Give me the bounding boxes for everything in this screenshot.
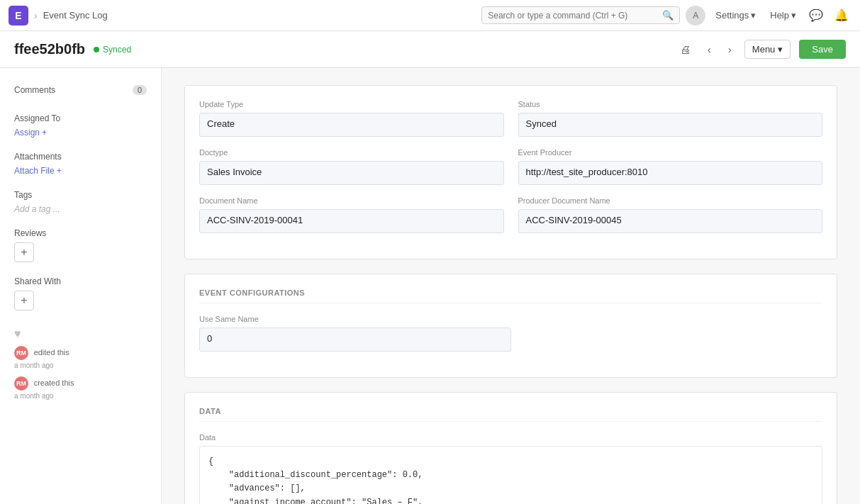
- attach-file-button[interactable]: Attach File +: [14, 166, 62, 176]
- update-type-label: Update Type: [199, 100, 504, 108]
- activity-avatar-2: RM: [14, 376, 28, 391]
- data-field-label: Data: [199, 433, 822, 442]
- sidebar: Comments 0 Assigned To Assign + Attachme…: [0, 68, 162, 504]
- field-producer-document-name: Producer Document Name ACC-SINV-2019-000…: [518, 196, 823, 233]
- comments-label: Comments: [14, 85, 55, 95]
- activity-text-2: created this: [34, 379, 74, 387]
- top-nav: E › Event Sync Log 🔍 A Settings ▾ Help ▾…: [0, 0, 860, 31]
- producer-document-name-value: ACC-SINV-2019-00045: [518, 209, 823, 233]
- reviews-header: Reviews: [14, 228, 147, 238]
- assigned-header: Assigned To: [14, 113, 147, 123]
- data-section-title: DATA: [199, 407, 822, 422]
- field-use-same-name: Use Same Name 0: [199, 315, 511, 352]
- event-config-title: EVENT CONFIGURATIONS: [199, 289, 822, 303]
- main-form: Update Type Create Status Synced Doctype…: [184, 85, 837, 259]
- activity-item-2: RM created this a month ago: [14, 376, 147, 400]
- user-avatar: A: [686, 6, 705, 26]
- data-section: DATA Data { "additional_discount_percent…: [184, 392, 837, 504]
- app-icon: E: [9, 6, 28, 26]
- attachments-header: Attachments: [14, 152, 147, 162]
- activity-time-2: a month ago: [14, 392, 147, 400]
- field-document-name: Document Name ACC-SINV-2019-00041: [199, 196, 504, 233]
- activity-item-1: RM edited this a month ago: [14, 346, 147, 369]
- assigned-to-label: Assigned To: [14, 113, 60, 123]
- sidebar-attachments-section: Attachments Attach File +: [0, 146, 161, 184]
- shared-with-label: Shared With: [14, 276, 61, 286]
- prev-icon-button[interactable]: ‹: [703, 40, 715, 58]
- menu-button[interactable]: Menu ▾: [744, 40, 791, 59]
- sidebar-footer: ♥ RM edited this a month ago RM created …: [0, 319, 161, 415]
- save-button[interactable]: Save: [799, 40, 846, 59]
- notifications-icon-button[interactable]: 💬: [806, 6, 826, 25]
- row-docname-producer-docname: Document Name ACC-SINV-2019-00041 Produc…: [199, 196, 822, 233]
- sidebar-tags-section: Tags Add a tag ...: [0, 184, 161, 223]
- event-producer-label: Event Producer: [518, 148, 823, 157]
- breadcrumb-separator: ›: [34, 10, 38, 21]
- sidebar-shared-section: Shared With +: [0, 271, 161, 319]
- tags-header: Tags: [14, 190, 147, 200]
- assign-plus-icon: +: [42, 128, 47, 138]
- settings-button[interactable]: Settings ▾: [711, 7, 760, 23]
- shared-header: Shared With: [14, 276, 147, 286]
- document-name-label: Document Name: [199, 196, 504, 205]
- use-same-name-label: Use Same Name: [199, 315, 511, 323]
- status-text: Synced: [103, 45, 131, 55]
- document-title: ffee52b0fb: [14, 41, 85, 57]
- producer-document-name-label: Producer Document Name: [518, 196, 823, 205]
- document-name-value: ACC-SINV-2019-00041: [199, 209, 504, 233]
- add-tag-link[interactable]: Add a tag ...: [14, 204, 147, 214]
- attach-plus-icon: +: [57, 166, 62, 176]
- activity-text-1: edited this: [34, 348, 69, 357]
- main-layout: Comments 0 Assigned To Assign + Attachme…: [0, 68, 860, 504]
- search-input[interactable]: [488, 11, 658, 21]
- field-update-type: Update Type Create: [199, 100, 504, 137]
- status-dot: [94, 47, 99, 52]
- sidebar-assigned-section: Assigned To Assign +: [0, 108, 161, 146]
- row-doctype-producer: Doctype Sales Invoice Event Producer htt…: [199, 148, 822, 185]
- content-area: Update Type Create Status Synced Doctype…: [162, 68, 860, 504]
- status-badge: Synced: [94, 45, 131, 55]
- update-type-value: Create: [199, 113, 504, 137]
- data-code-block: { "additional_discount_percentage": 0.0,…: [199, 446, 822, 504]
- activity-avatar-1: RM: [14, 346, 28, 360]
- tags-label: Tags: [14, 190, 32, 200]
- add-review-button[interactable]: +: [14, 242, 34, 262]
- status-value: Synced: [518, 113, 823, 137]
- sidebar-comments-section: Comments 0: [0, 79, 161, 108]
- breadcrumb-link[interactable]: Event Sync Log: [43, 10, 108, 21]
- doctype-value: Sales Invoice: [199, 161, 504, 185]
- doctype-label: Doctype: [199, 148, 504, 157]
- next-icon-button[interactable]: ›: [724, 40, 736, 58]
- field-status: Status Synced: [518, 100, 823, 137]
- event-config-section: EVENT CONFIGURATIONS Use Same Name 0: [184, 274, 837, 378]
- menu-chevron-icon: ▾: [778, 44, 783, 55]
- search-icon: 🔍: [662, 10, 674, 21]
- comments-count-badge: 0: [133, 85, 147, 95]
- search-bar: 🔍: [481, 6, 680, 24]
- help-button[interactable]: Help ▾: [766, 7, 800, 23]
- bell-icon-button[interactable]: 🔔: [832, 6, 851, 25]
- add-shared-button[interactable]: +: [14, 291, 34, 310]
- sub-header: ffee52b0fb Synced 🖨 ‹ › Menu ▾ Save: [0, 31, 860, 68]
- help-chevron-icon: ▾: [791, 10, 796, 21]
- field-doctype: Doctype Sales Invoice: [199, 148, 504, 185]
- attachments-label: Attachments: [14, 152, 62, 162]
- heart-icon: ♥: [14, 327, 147, 340]
- print-icon-button[interactable]: 🖨: [676, 40, 695, 58]
- sidebar-reviews-section: Reviews +: [0, 223, 161, 271]
- status-label: Status: [518, 100, 823, 108]
- comments-header: Comments 0: [14, 85, 147, 95]
- reviews-label: Reviews: [14, 228, 46, 238]
- row-update-status: Update Type Create Status Synced: [199, 100, 822, 137]
- field-event-producer: Event Producer http://test_site_producer…: [518, 148, 823, 185]
- assign-button[interactable]: Assign +: [14, 128, 47, 138]
- event-producer-value: http://test_site_producer:8010: [518, 161, 823, 185]
- use-same-name-value: 0: [199, 327, 511, 352]
- activity-time-1: a month ago: [14, 362, 147, 369]
- settings-chevron-icon: ▾: [751, 10, 756, 21]
- row-use-same-name: Use Same Name 0: [199, 315, 822, 352]
